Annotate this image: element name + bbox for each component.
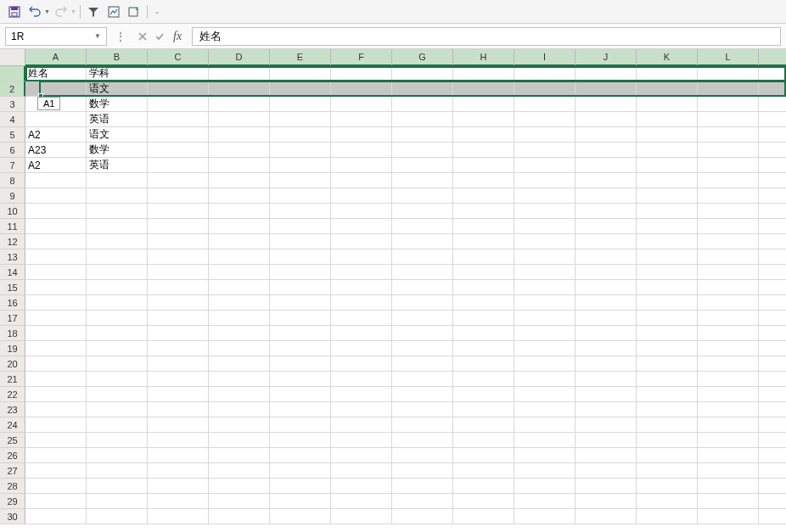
cell-I10[interactable] <box>514 204 575 219</box>
cell-extra-23[interactable] <box>759 402 786 417</box>
cell-B27[interactable] <box>87 463 148 479</box>
cell-D12[interactable] <box>209 234 270 249</box>
cell-A24[interactable] <box>25 417 87 433</box>
column-header-i[interactable]: I <box>514 49 575 66</box>
cell-L9[interactable] <box>698 188 759 204</box>
column-header-h[interactable]: H <box>453 49 514 66</box>
cell-E23[interactable] <box>270 402 331 417</box>
cell-extra-30[interactable] <box>759 509 786 524</box>
cell-H16[interactable] <box>453 295 514 311</box>
cell-B9[interactable] <box>87 188 148 204</box>
cell-H29[interactable] <box>453 494 514 509</box>
cell-G17[interactable] <box>392 311 453 326</box>
cell-J17[interactable] <box>575 311 637 326</box>
cell-A30[interactable] <box>25 509 87 524</box>
cell-J8[interactable] <box>575 173 637 188</box>
cell-H28[interactable] <box>453 479 514 494</box>
cell-L26[interactable] <box>698 448 759 463</box>
cell-K7[interactable] <box>637 158 698 173</box>
cell-E19[interactable] <box>270 341 331 356</box>
cell-D23[interactable] <box>209 402 270 417</box>
cell-J24[interactable] <box>575 417 637 433</box>
cell-K25[interactable] <box>637 433 698 448</box>
cell-extra-5[interactable] <box>759 127 786 143</box>
cell-A25[interactable] <box>25 433 87 448</box>
cell-G27[interactable] <box>392 463 453 479</box>
cell-G2[interactable] <box>392 81 453 97</box>
cell-G1[interactable] <box>392 66 453 81</box>
cell-E22[interactable] <box>270 387 331 402</box>
cell-I5[interactable] <box>514 127 575 143</box>
cell-B26[interactable] <box>87 448 148 463</box>
row-header-15[interactable]: 15 <box>0 280 25 295</box>
column-header-a[interactable]: A <box>25 49 87 66</box>
cell-F28[interactable] <box>331 479 392 494</box>
cell-D15[interactable] <box>209 280 270 295</box>
cell-J29[interactable] <box>575 494 637 509</box>
cell-A22[interactable] <box>25 387 87 402</box>
cell-C13[interactable] <box>148 249 209 265</box>
cell-B22[interactable] <box>87 387 148 402</box>
cell-J21[interactable] <box>575 372 637 387</box>
cell-D29[interactable] <box>209 494 270 509</box>
cell-B5[interactable]: 语文 <box>87 127 148 143</box>
column-header-b[interactable]: B <box>87 49 148 66</box>
cell-K2[interactable] <box>637 81 698 97</box>
cell-B16[interactable] <box>87 295 148 311</box>
column-header-e[interactable]: E <box>270 49 331 66</box>
row-header-1[interactable] <box>0 66 25 81</box>
cell-extra-15[interactable] <box>759 280 786 295</box>
cell-F7[interactable] <box>331 158 392 173</box>
cell-I27[interactable] <box>514 463 575 479</box>
cell-I20[interactable] <box>514 356 575 372</box>
cell-H1[interactable] <box>453 66 514 81</box>
cell-G10[interactable] <box>392 204 453 219</box>
cell-A13[interactable] <box>25 249 87 265</box>
cell-extra-21[interactable] <box>759 372 786 387</box>
cell-B12[interactable] <box>87 234 148 249</box>
cell-D6[interactable] <box>209 143 270 158</box>
cell-H21[interactable] <box>453 372 514 387</box>
cell-L18[interactable] <box>698 326 759 341</box>
cell-A9[interactable] <box>25 188 87 204</box>
row-header-14[interactable]: 14 <box>0 265 25 280</box>
row-header-25[interactable]: 25 <box>0 433 25 448</box>
cell-G9[interactable] <box>392 188 453 204</box>
cell-H14[interactable] <box>453 265 514 280</box>
cell-L3[interactable] <box>698 97 759 112</box>
cell-extra-18[interactable] <box>759 326 786 341</box>
cell-L23[interactable] <box>698 402 759 417</box>
cell-G5[interactable] <box>392 127 453 143</box>
cell-B30[interactable] <box>87 509 148 524</box>
cell-extra-17[interactable] <box>759 311 786 326</box>
cell-B29[interactable] <box>87 494 148 509</box>
cell-I6[interactable] <box>514 143 575 158</box>
row-header-10[interactable]: 10 <box>0 204 25 219</box>
cell-E21[interactable] <box>270 372 331 387</box>
cell-F17[interactable] <box>331 311 392 326</box>
cell-A8[interactable] <box>25 173 87 188</box>
cell-K4[interactable] <box>637 112 698 127</box>
cell-I28[interactable] <box>514 479 575 494</box>
column-header-j[interactable]: J <box>575 49 637 66</box>
cell-K16[interactable] <box>637 295 698 311</box>
cell-E27[interactable] <box>270 463 331 479</box>
cell-G29[interactable] <box>392 494 453 509</box>
cell-K20[interactable] <box>637 356 698 372</box>
cell-B3[interactable]: 数学 <box>87 97 148 112</box>
cell-extra-25[interactable] <box>759 433 786 448</box>
row-header-19[interactable]: 19 <box>0 341 25 356</box>
cell-I9[interactable] <box>514 188 575 204</box>
cell-K27[interactable] <box>637 463 698 479</box>
row-header-16[interactable]: 16 <box>0 295 25 311</box>
cell-L14[interactable] <box>698 265 759 280</box>
confirm-button[interactable] <box>151 27 168 46</box>
cell-C11[interactable] <box>148 219 209 234</box>
cell-J10[interactable] <box>575 204 637 219</box>
cell-E29[interactable] <box>270 494 331 509</box>
cell-L24[interactable] <box>698 417 759 433</box>
cell-J26[interactable] <box>575 448 637 463</box>
cell-E6[interactable] <box>270 143 331 158</box>
cell-L29[interactable] <box>698 494 759 509</box>
cell-B6[interactable]: 数学 <box>87 143 148 158</box>
